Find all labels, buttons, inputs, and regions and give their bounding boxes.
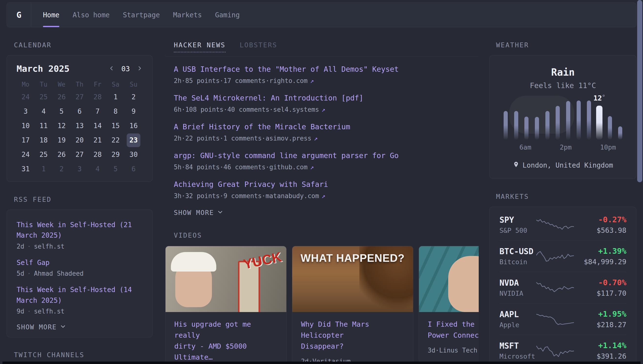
rss-item-title[interactable]: Self Gap	[17, 258, 50, 267]
market-row-btc-usd[interactable]: BTC-USDBitcoin+1.39%$84,999.29	[499, 240, 626, 272]
hour-axis-spacer	[550, 144, 560, 151]
calendar-day: 30	[127, 148, 140, 162]
news-divider	[165, 56, 479, 56]
rss-list: This Week in Self-Hosted (21 March 2025)…	[17, 220, 143, 315]
rss-show-more-button[interactable]: SHOW MORE	[17, 323, 143, 331]
market-row-left: NVDANVIDIA	[499, 278, 536, 297]
news-item-comments: 40 comments	[227, 106, 269, 113]
video-thumbnail[interactable]: WHAT HAPPENED?	[292, 246, 413, 312]
market-row-aapl[interactable]: AAPLApple+1.95%$218.27	[499, 303, 626, 335]
calendar-day: 1	[37, 162, 51, 176]
page-scrollbar-thumb[interactable]	[637, 0, 642, 182]
logo[interactable]: G	[7, 3, 31, 27]
calendar-day-cell: 31	[17, 162, 35, 176]
calendar-day: 2	[127, 90, 140, 104]
calendar-prev-button[interactable]	[109, 66, 115, 72]
video-title[interactable]: I Fixed the 5 Power Connect	[428, 319, 479, 341]
calendar-day: 27	[73, 148, 87, 162]
news-item-title[interactable]: A USB Interface to the "Mother of All De…	[174, 65, 399, 74]
market-symbol: SPY	[499, 215, 536, 225]
calendar-section-header: CALENDAR	[14, 41, 153, 49]
nav-tab-label: Also home	[73, 11, 110, 19]
nav-tab-also-home[interactable]: Also home	[73, 3, 110, 27]
weather-bar	[587, 100, 591, 140]
dot-separator: ·	[220, 164, 224, 171]
rss-item-title[interactable]: This Week in Self-Hosted (21 March 2025)	[17, 221, 132, 239]
calendar-day-selected: 23	[127, 134, 140, 147]
external-link-icon: ↗	[319, 192, 325, 200]
video-card[interactable]: DON T TI Fixed the 5 Power Connect3d·Lin…	[419, 246, 479, 362]
weather-section-header: WEATHER	[496, 41, 636, 49]
hour-axis-spacer	[510, 144, 519, 151]
news-item-domain: asimov.press	[266, 135, 311, 142]
news-item-domain-link[interactable]: sel4.systems↗	[273, 106, 325, 113]
video-card[interactable]: YUCKHis upgrade got me really dirty - AM…	[165, 246, 287, 364]
thumbnail-overlay-text: WHAT HAPPENED?	[292, 252, 413, 264]
news-source-tabs: HACKER NEWSLOBSTERS	[174, 41, 479, 52]
calendar-day-cell: 15	[107, 118, 125, 133]
rss-item-title[interactable]: This Week in Self-Hosted (14 March 2025)	[17, 286, 132, 304]
calendar-day-cell: 26	[53, 147, 71, 162]
calendar-day-cell: 8	[107, 104, 125, 118]
chevron-down-icon	[60, 323, 66, 331]
news-item-domain-link[interactable]: matanabudy.com↗	[266, 192, 325, 200]
right-column: WEATHER Rain Feels like 11°C 12° 6am2pm1…	[489, 27, 636, 364]
weather-bar-cell	[584, 98, 594, 140]
news-item-domain-link[interactable]: righto.com↗	[269, 77, 314, 84]
rss-item: Self Gap5d·Ahmad Shadeed	[17, 258, 143, 277]
video-thumbnail[interactable]: YUCK	[166, 246, 286, 312]
calendar-day-cell: 6	[125, 162, 143, 176]
calendar-day-cell: 24	[17, 90, 35, 104]
nav-tabs: HomeAlso homeStartpageMarketsGaming	[31, 3, 253, 27]
calendar-day-cell: 11	[35, 118, 53, 133]
video-thumbnail[interactable]: DON T T	[419, 246, 479, 312]
calendar-day: 27	[73, 90, 87, 104]
calendar-day: 25	[37, 90, 51, 104]
calendar-day-cell: 28	[89, 90, 107, 104]
calendar-day: 14	[91, 119, 105, 133]
market-name: Microsoft	[499, 352, 536, 360]
calendar-day-cell: 24	[17, 147, 35, 162]
news-item-points: 85 points	[185, 77, 220, 84]
dot-separator: ·	[181, 106, 185, 113]
market-change: +1.95%	[574, 309, 626, 318]
market-row-spy[interactable]: SPYS&P 500-0.27%$563.98	[499, 209, 626, 240]
news-show-more-button[interactable]: SHOW MORE	[174, 209, 479, 216]
calendar-day: 29	[109, 148, 122, 162]
weather-bar	[608, 116, 612, 140]
news-item-title[interactable]: Achieving Great Privacy with Safari	[174, 180, 328, 189]
news-item-domain: righto.com	[269, 77, 308, 84]
news-item-domain-link[interactable]: asimov.press↗	[266, 135, 318, 142]
tab-hacker-news[interactable]: HACKER NEWS	[174, 41, 226, 52]
news-item-title[interactable]: The SeL4 Microkernel: An Introduction [p…	[174, 94, 363, 102]
videos-section-header: VIDEOS	[174, 232, 479, 239]
news-item-domain-link[interactable]: github.com↗	[269, 164, 314, 171]
video-title[interactable]: His upgrade got me really dirty - AMD $5…	[174, 319, 278, 363]
calendar-day: 4	[37, 105, 51, 118]
calendar-header: March 2025 03	[17, 64, 143, 74]
tab-lobsters[interactable]: LOBSTERS	[240, 41, 277, 49]
market-row-nvda[interactable]: NVDANVIDIA-0.70%$117.70	[499, 272, 626, 303]
market-row-msft[interactable]: MSFTMicrosoft+1.14%$391.26	[499, 335, 626, 364]
dot-separator: ·	[181, 164, 185, 171]
nav-tab-startpage[interactable]: Startpage	[123, 3, 160, 27]
external-link-icon: ↗	[319, 106, 325, 113]
nav-tab-gaming[interactable]: Gaming	[215, 3, 240, 27]
news-item-title[interactable]: A Brief History of the Miracle Bacterium	[174, 122, 350, 131]
calendar-day: 5	[55, 105, 68, 118]
calendar-controls: 03	[109, 65, 143, 73]
nav-tab-markets[interactable]: Markets	[173, 3, 202, 27]
news-item-meta: 5h·84 points·46 comments·github.com↗	[174, 164, 479, 171]
chevron-down-icon	[217, 209, 223, 216]
nav-tab-home[interactable]: Home	[43, 3, 59, 27]
calendar-day: 24	[19, 90, 33, 104]
market-change: -0.27%	[574, 215, 626, 224]
news-item-title[interactable]: argp: GNU-style command line argument pa…	[174, 151, 399, 160]
weather-bar-cell	[500, 98, 511, 140]
market-change: +1.39%	[574, 246, 626, 256]
rss-show-more-label: SHOW MORE	[17, 323, 57, 331]
news-item-points: 84 points	[185, 164, 220, 171]
video-title[interactable]: Why Did The Mars Helicopter Disappear?	[301, 319, 404, 352]
video-card[interactable]: WHAT HAPPENED?Why Did The Mars Helicopte…	[292, 246, 413, 364]
calendar-next-button[interactable]	[137, 66, 143, 72]
